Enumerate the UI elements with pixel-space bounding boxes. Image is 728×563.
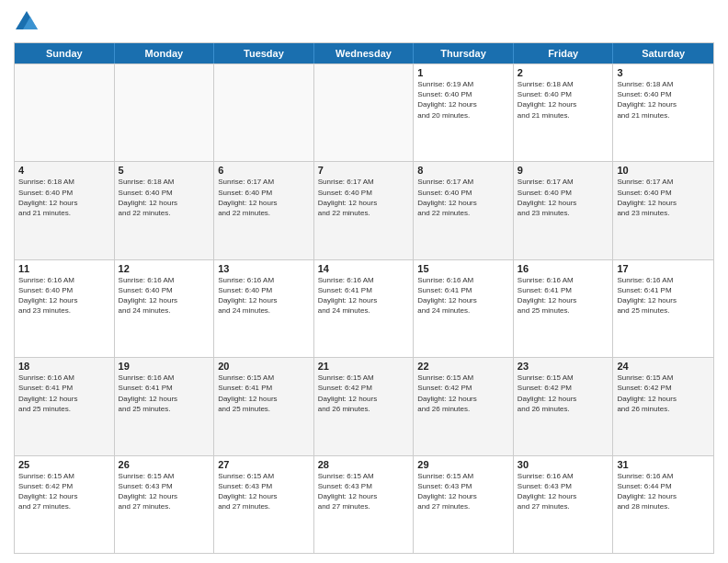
day-number: 24 — [617, 361, 710, 372]
calendar-cell: 9Sunrise: 6:17 AM Sunset: 6:40 PM Daylig… — [514, 162, 614, 259]
day-number: 13 — [218, 263, 310, 274]
calendar-cell: 29Sunrise: 6:15 AM Sunset: 6:43 PM Dayli… — [414, 456, 514, 553]
cell-details: Sunrise: 6:15 AM Sunset: 6:43 PM Dayligh… — [417, 471, 509, 512]
calendar-cell: 3Sunrise: 6:18 AM Sunset: 6:40 PM Daylig… — [613, 64, 713, 161]
cell-details: Sunrise: 6:16 AM Sunset: 6:40 PM Dayligh… — [119, 275, 210, 316]
cell-details: Sunrise: 6:15 AM Sunset: 6:42 PM Dayligh… — [417, 373, 509, 414]
cell-details: Sunrise: 6:19 AM Sunset: 6:40 PM Dayligh… — [417, 79, 509, 121]
header-day: Monday — [115, 43, 215, 63]
calendar-cell: 14Sunrise: 6:16 AM Sunset: 6:41 PM Dayli… — [314, 260, 415, 357]
page: SundayMondayTuesdayWednesdayThursdayFrid… — [0, 0, 728, 563]
cell-details: Sunrise: 6:17 AM Sunset: 6:40 PM Dayligh… — [518, 177, 609, 218]
cell-details: Sunrise: 6:16 AM Sunset: 6:41 PM Dayligh… — [18, 373, 110, 414]
calendar-cell: 20Sunrise: 6:15 AM Sunset: 6:41 PM Dayli… — [214, 358, 314, 454]
day-number: 25 — [18, 459, 110, 470]
calendar-cell: 8Sunrise: 6:17 AM Sunset: 6:40 PM Daylig… — [414, 162, 514, 259]
day-number: 5 — [119, 165, 210, 176]
calendar-cell: 22Sunrise: 6:15 AM Sunset: 6:42 PM Dayli… — [414, 358, 514, 454]
cell-details: Sunrise: 6:18 AM Sunset: 6:40 PM Dayligh… — [119, 177, 210, 218]
calendar-cell: 12Sunrise: 6:16 AM Sunset: 6:40 PM Dayli… — [115, 260, 215, 357]
cell-details: Sunrise: 6:17 AM Sunset: 6:40 PM Dayligh… — [218, 177, 310, 218]
calendar-cell: 10Sunrise: 6:17 AM Sunset: 6:40 PM Dayli… — [613, 162, 713, 259]
calendar-cell: 31Sunrise: 6:16 AM Sunset: 6:44 PM Dayli… — [613, 456, 713, 553]
cell-details: Sunrise: 6:15 AM Sunset: 6:41 PM Dayligh… — [218, 373, 310, 414]
calendar-cell: 26Sunrise: 6:15 AM Sunset: 6:43 PM Dayli… — [115, 456, 215, 553]
day-number: 11 — [18, 263, 110, 274]
cell-details: Sunrise: 6:16 AM Sunset: 6:40 PM Dayligh… — [18, 275, 110, 316]
day-number: 23 — [518, 361, 609, 372]
day-number: 20 — [218, 361, 310, 372]
calendar-cell: 16Sunrise: 6:16 AM Sunset: 6:41 PM Dayli… — [514, 260, 614, 357]
cell-details: Sunrise: 6:18 AM Sunset: 6:40 PM Dayligh… — [617, 79, 710, 121]
calendar-header: SundayMondayTuesdayWednesdayThursdayFrid… — [15, 43, 713, 63]
day-number: 22 — [417, 361, 509, 372]
day-number: 1 — [417, 67, 509, 78]
cell-details: Sunrise: 6:16 AM Sunset: 6:41 PM Dayligh… — [518, 275, 609, 316]
header-day: Tuesday — [214, 43, 314, 63]
day-number: 4 — [18, 165, 110, 176]
day-number: 26 — [119, 459, 210, 470]
calendar-cell: 5Sunrise: 6:18 AM Sunset: 6:40 PM Daylig… — [115, 162, 215, 259]
cell-details: Sunrise: 6:16 AM Sunset: 6:43 PM Dayligh… — [518, 471, 609, 512]
header — [14, 9, 714, 35]
day-number: 6 — [218, 165, 310, 176]
day-number: 14 — [318, 263, 410, 274]
day-number: 18 — [18, 361, 110, 372]
calendar-cell: 25Sunrise: 6:15 AM Sunset: 6:42 PM Dayli… — [15, 456, 115, 553]
cell-details: Sunrise: 6:15 AM Sunset: 6:43 PM Dayligh… — [218, 471, 310, 512]
calendar-cell: 24Sunrise: 6:15 AM Sunset: 6:42 PM Dayli… — [613, 358, 713, 454]
calendar-cell: 28Sunrise: 6:15 AM Sunset: 6:43 PM Dayli… — [314, 456, 415, 553]
header-day: Sunday — [15, 43, 115, 63]
calendar-cell — [115, 64, 215, 161]
cell-details: Sunrise: 6:18 AM Sunset: 6:40 PM Dayligh… — [518, 79, 609, 121]
day-number: 27 — [218, 459, 310, 470]
logo-icon — [14, 9, 40, 35]
header-day: Friday — [514, 43, 614, 63]
calendar-cell: 13Sunrise: 6:16 AM Sunset: 6:40 PM Dayli… — [214, 260, 314, 357]
cell-details: Sunrise: 6:17 AM Sunset: 6:40 PM Dayligh… — [318, 177, 410, 218]
calendar-cell: 17Sunrise: 6:16 AM Sunset: 6:41 PM Dayli… — [613, 260, 713, 357]
day-number: 19 — [119, 361, 210, 372]
header-day: Saturday — [613, 43, 713, 63]
cell-details: Sunrise: 6:16 AM Sunset: 6:40 PM Dayligh… — [218, 275, 310, 316]
calendar-row: 11Sunrise: 6:16 AM Sunset: 6:40 PM Dayli… — [15, 259, 713, 357]
calendar-cell: 1Sunrise: 6:19 AM Sunset: 6:40 PM Daylig… — [414, 64, 514, 161]
day-number: 7 — [318, 165, 410, 176]
day-number: 12 — [119, 263, 210, 274]
calendar-cell: 6Sunrise: 6:17 AM Sunset: 6:40 PM Daylig… — [214, 162, 314, 259]
cell-details: Sunrise: 6:18 AM Sunset: 6:40 PM Dayligh… — [18, 177, 110, 218]
calendar-row: 1Sunrise: 6:19 AM Sunset: 6:40 PM Daylig… — [15, 63, 713, 161]
calendar-cell: 21Sunrise: 6:15 AM Sunset: 6:42 PM Dayli… — [314, 358, 415, 454]
cell-details: Sunrise: 6:15 AM Sunset: 6:42 PM Dayligh… — [617, 373, 710, 414]
day-number: 29 — [417, 459, 509, 470]
calendar-cell: 4Sunrise: 6:18 AM Sunset: 6:40 PM Daylig… — [15, 162, 115, 259]
calendar-body: 1Sunrise: 6:19 AM Sunset: 6:40 PM Daylig… — [15, 63, 713, 553]
calendar-cell: 23Sunrise: 6:15 AM Sunset: 6:42 PM Dayli… — [514, 358, 614, 454]
cell-details: Sunrise: 6:17 AM Sunset: 6:40 PM Dayligh… — [617, 177, 710, 218]
cell-details: Sunrise: 6:16 AM Sunset: 6:44 PM Dayligh… — [617, 471, 710, 512]
calendar-cell — [314, 64, 415, 161]
day-number: 28 — [318, 459, 410, 470]
cell-details: Sunrise: 6:15 AM Sunset: 6:43 PM Dayligh… — [318, 471, 410, 512]
cell-details: Sunrise: 6:17 AM Sunset: 6:40 PM Dayligh… — [417, 177, 509, 218]
cell-details: Sunrise: 6:15 AM Sunset: 6:42 PM Dayligh… — [318, 373, 410, 414]
header-day: Wednesday — [314, 43, 415, 63]
day-number: 10 — [617, 165, 710, 176]
calendar: SundayMondayTuesdayWednesdayThursdayFrid… — [14, 42, 714, 554]
calendar-cell: 15Sunrise: 6:16 AM Sunset: 6:41 PM Dayli… — [414, 260, 514, 357]
day-number: 3 — [617, 67, 710, 78]
cell-details: Sunrise: 6:16 AM Sunset: 6:41 PM Dayligh… — [119, 373, 210, 414]
day-number: 16 — [518, 263, 609, 274]
header-day: Thursday — [414, 43, 514, 63]
day-number: 31 — [617, 459, 710, 470]
cell-details: Sunrise: 6:16 AM Sunset: 6:41 PM Dayligh… — [617, 275, 710, 316]
day-number: 21 — [318, 361, 410, 372]
day-number: 2 — [518, 67, 609, 78]
cell-details: Sunrise: 6:16 AM Sunset: 6:41 PM Dayligh… — [417, 275, 509, 316]
calendar-cell: 30Sunrise: 6:16 AM Sunset: 6:43 PM Dayli… — [514, 456, 614, 553]
day-number: 9 — [518, 165, 609, 176]
calendar-row: 25Sunrise: 6:15 AM Sunset: 6:42 PM Dayli… — [15, 455, 713, 553]
calendar-cell: 19Sunrise: 6:16 AM Sunset: 6:41 PM Dayli… — [115, 358, 215, 454]
cell-details: Sunrise: 6:15 AM Sunset: 6:42 PM Dayligh… — [518, 373, 609, 414]
calendar-cell — [15, 64, 115, 161]
